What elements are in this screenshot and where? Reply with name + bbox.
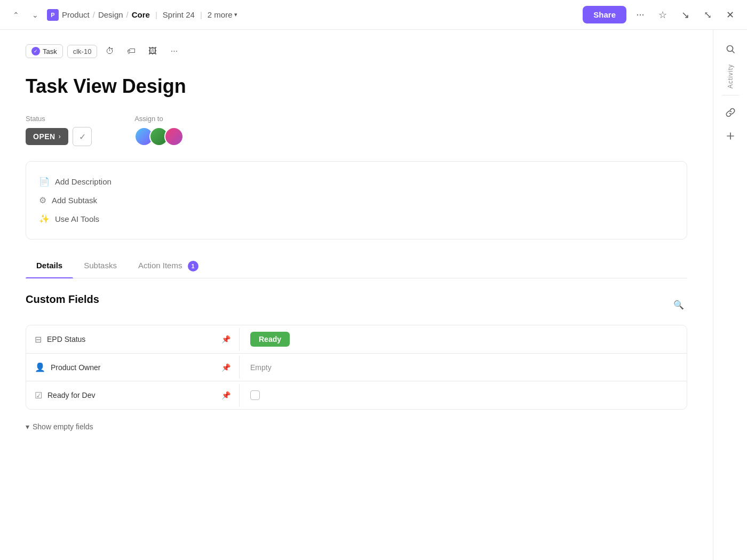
status-button[interactable]: OPEN › (26, 128, 68, 145)
task-title: Task View Design (26, 75, 687, 98)
svg-line-1 (732, 51, 734, 53)
assignee-avatars (134, 127, 184, 146)
svg-point-0 (727, 46, 733, 52)
ready-for-dev-icon: ☑ (35, 390, 42, 401)
add-description-label: Add Description (55, 177, 112, 186)
breadcrumb-product[interactable]: Product (62, 10, 90, 19)
status-controls: OPEN › ✓ (26, 127, 92, 146)
link-icon (726, 108, 735, 117)
custom-fields-search-button[interactable]: 🔍 (670, 297, 687, 314)
breadcrumb: P Product / Design / Core | Sprint 24 | … (47, 9, 237, 21)
assign-section: Assign to (134, 115, 184, 146)
add-description-button[interactable]: 📄 Add Description (39, 172, 674, 191)
assignee-avatar-3[interactable] (164, 127, 184, 146)
sidebar-divider-1 (722, 95, 739, 95)
status-arrow-icon: › (59, 133, 61, 140)
status-check-button[interactable]: ✓ (73, 127, 92, 146)
task-type-icon: ✓ (31, 47, 40, 55)
cf-row-epd-status: ⊟ EPD Status 📌 Ready (26, 325, 687, 354)
breadcrumb-core[interactable]: Core (132, 10, 150, 19)
breadcrumb-pipe: | (155, 10, 157, 19)
main-layout: ✓ Task clk-10 ⏱ 🏷 🖼 ··· Task View Design… (0, 30, 747, 560)
ready-for-dev-pin-icon[interactable]: 📌 (221, 391, 231, 399)
nav-up-button[interactable]: ⌃ (9, 7, 23, 22)
right-sidebar: Activity (713, 30, 747, 560)
breadcrumb-more-button[interactable]: 2 more ▾ (208, 10, 238, 19)
sidebar-search-button[interactable] (720, 38, 741, 60)
breadcrumb-sprint[interactable]: Sprint 24 (163, 10, 195, 19)
cf-val-product-owner[interactable]: Empty (240, 357, 687, 378)
cf-key-product-owner: 👤 Product Owner 📌 (26, 356, 240, 379)
ai-tools-icon: ✨ (39, 214, 50, 224)
ready-for-dev-checkbox[interactable] (250, 390, 260, 400)
nav-down-button[interactable]: ⌄ (28, 7, 43, 22)
content-area: ✓ Task clk-10 ⏱ 🏷 🖼 ··· Task View Design… (0, 30, 713, 560)
use-ai-tools-button[interactable]: ✨ Use AI Tools (39, 210, 674, 228)
status-section: Status OPEN › ✓ (26, 115, 92, 146)
task-type-badge: ✓ Task (26, 44, 63, 58)
breadcrumb-design[interactable]: Design (98, 10, 123, 19)
breadcrumb-product-icon: P (47, 9, 59, 21)
breadcrumb-sep-1: / (93, 10, 95, 19)
cf-val-ready-for-dev[interactable] (240, 384, 687, 406)
subtask-icon: ⚙ (39, 195, 46, 205)
cf-row-ready-for-dev: ☑ Ready for Dev 📌 (26, 381, 687, 409)
task-header-bar: ✓ Task clk-10 ⏱ 🏷 🖼 ··· (26, 43, 687, 60)
cf-val-epd-status[interactable]: Ready (240, 325, 687, 353)
product-owner-icon: 👤 (35, 362, 45, 372)
status-label: Status (26, 115, 92, 123)
sidebar-link-button[interactable] (720, 102, 741, 123)
cf-key-ready-for-dev: ☑ Ready for Dev 📌 (26, 384, 240, 407)
more-toolbar-button[interactable]: ··· (165, 43, 182, 60)
tabs-row: Details Subtasks Action Items 1 (26, 254, 687, 278)
breadcrumb-area: ⌃ ⌄ P Product / Design / Core | Sprint 2… (9, 7, 237, 22)
add-subtask-button[interactable]: ⚙ Add Subtask (39, 191, 674, 210)
breadcrumb-pipe-2: | (200, 10, 202, 19)
more-options-button[interactable]: ··· (632, 6, 649, 23)
show-empty-fields-button[interactable]: ▾ Show empty fields (26, 420, 687, 433)
show-empty-fields-label: Show empty fields (33, 422, 93, 431)
epd-status-label: EPD Status (47, 335, 85, 343)
product-owner-value: Empty (250, 363, 272, 372)
search-icon (726, 44, 735, 54)
sidebar-add-button[interactable] (720, 125, 741, 147)
add-subtask-label: Add Subtask (52, 196, 97, 205)
tab-subtasks[interactable]: Subtasks (73, 254, 128, 278)
share-button[interactable]: Share (583, 6, 626, 23)
plus-icon (726, 131, 735, 141)
cf-key-epd-status: ⊟ EPD Status 📌 (26, 328, 240, 351)
task-type-label: Task (43, 47, 57, 55)
minimize-button[interactable]: ⤡ (699, 6, 716, 23)
close-button[interactable]: ✕ (721, 6, 738, 23)
epd-status-pin-icon[interactable]: 📌 (221, 335, 231, 343)
top-bar-actions: Share ··· ☆ ↘ ⤡ ✕ (583, 6, 738, 23)
tag-icon-button[interactable]: 🏷 (123, 43, 140, 60)
ready-badge: Ready (250, 332, 290, 347)
epd-status-icon: ⊟ (35, 334, 42, 345)
action-card: 📄 Add Description ⚙ Add Subtask ✨ Use AI… (26, 161, 687, 239)
product-owner-pin-icon[interactable]: 📌 (221, 363, 231, 372)
star-button[interactable]: ☆ (654, 6, 671, 23)
top-bar: ⌃ ⌄ P Product / Design / Core | Sprint 2… (0, 0, 747, 30)
timer-icon-button[interactable]: ⏱ (101, 43, 118, 60)
cf-row-product-owner: 👤 Product Owner 📌 Empty (26, 354, 687, 381)
tab-details[interactable]: Details (26, 254, 73, 278)
custom-fields-table: ⊟ EPD Status 📌 Ready 👤 Product Owner 📌 E… (26, 325, 687, 410)
assign-label: Assign to (134, 115, 184, 123)
breadcrumb-sep-2: / (126, 10, 129, 19)
status-assign-row: Status OPEN › ✓ Assign to (26, 115, 687, 146)
custom-fields-header: Custom Fields 🔍 (26, 293, 687, 316)
activity-label: Activity (727, 64, 734, 89)
ai-tools-label: Use AI Tools (55, 214, 99, 223)
tab-action-items[interactable]: Action Items 1 (128, 254, 209, 278)
download-button[interactable]: ↘ (677, 6, 694, 23)
product-owner-label: Product Owner (51, 363, 100, 372)
action-items-badge: 1 (188, 261, 198, 271)
description-icon: 📄 (39, 177, 50, 187)
ready-for-dev-label: Ready for Dev (47, 391, 95, 399)
image-icon-button[interactable]: 🖼 (144, 43, 161, 60)
custom-fields-title: Custom Fields (26, 293, 99, 306)
show-empty-chevron-icon: ▾ (26, 422, 29, 431)
task-id-badge: clk-10 (67, 45, 98, 58)
